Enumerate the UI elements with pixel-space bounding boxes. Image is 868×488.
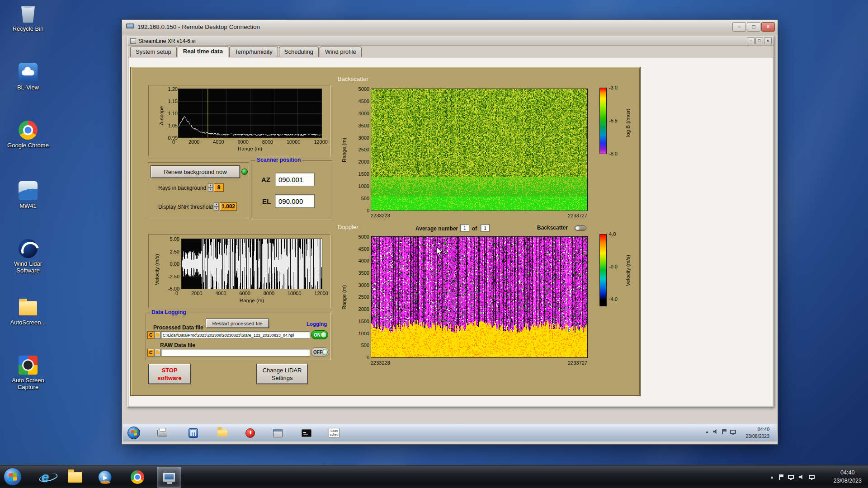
az-value-box[interactable]: 090.001 bbox=[275, 173, 315, 186]
remote-taskbar-folder[interactable] bbox=[215, 426, 230, 440]
console-icon bbox=[302, 429, 311, 437]
volume-icon[interactable] bbox=[713, 429, 718, 434]
snr-value-box[interactable]: 1.002 bbox=[220, 202, 237, 211]
restart-processed-file-button[interactable]: Restart processed file bbox=[206, 319, 269, 328]
stop-line1: STOP bbox=[161, 366, 177, 374]
action-center-icon[interactable] bbox=[779, 474, 783, 480]
app-close-button[interactable] bbox=[764, 38, 772, 44]
taskbar-chrome[interactable] bbox=[125, 467, 150, 488]
desktop-icon-bl-view[interactable]: BL-View bbox=[6, 62, 50, 91]
show-hidden-icons[interactable]: ▲ bbox=[705, 430, 709, 434]
processed-path-field[interactable]: C:\Lidar\Data\Proc\2023\202308\20230823\… bbox=[161, 331, 310, 339]
processed-logging-toggle[interactable]: ON bbox=[311, 330, 328, 339]
desktop-icon-recycle-bin[interactable]: Recycle Bin bbox=[6, 4, 50, 32]
tick-label: 6000 bbox=[239, 291, 250, 296]
remote-taskbar-scan-sched[interactable]: Scan sched bbox=[326, 426, 342, 440]
tick-label: 1.05 bbox=[162, 123, 178, 128]
remote-clock[interactable]: 04:40 23/08/2023 bbox=[745, 426, 769, 440]
volume-icon[interactable] bbox=[799, 474, 804, 479]
desktop-icon-wind-lidar[interactable]: Wind Lidar Software bbox=[6, 239, 50, 274]
windows-flag-icon bbox=[131, 430, 137, 436]
remote-taskbar-calculator[interactable] bbox=[185, 426, 201, 440]
velocity-graph: Velocity (m/s) 5.002.500.00-2.50-5.00 02… bbox=[148, 234, 331, 308]
average-total-value[interactable]: 1 bbox=[481, 224, 490, 232]
tab-real-time-data[interactable]: Real time data bbox=[178, 46, 228, 57]
network-icon[interactable] bbox=[730, 430, 736, 434]
raw-browse-button[interactable] bbox=[154, 349, 160, 357]
media-player-icon bbox=[98, 470, 112, 484]
backscatter-y-axis: 5000450040003500300025002000150010005000 bbox=[352, 86, 369, 213]
tick-label: 4000 bbox=[213, 139, 224, 145]
desktop-icon-google-chrome[interactable]: Google Chrome bbox=[6, 120, 50, 149]
raw-drive-box[interactable]: C bbox=[147, 349, 154, 357]
start-button[interactable] bbox=[4, 468, 22, 486]
display-icon[interactable] bbox=[788, 475, 794, 479]
app-titlebar[interactable]: StreamLine XR v14-6.vi bbox=[128, 37, 774, 46]
processed-drive-box[interactable]: C bbox=[147, 331, 154, 339]
tick-label: 500 bbox=[352, 343, 369, 348]
raw-path-field[interactable] bbox=[161, 349, 310, 357]
tick-label: 0 bbox=[175, 291, 178, 296]
app-minimize-button[interactable] bbox=[747, 38, 755, 44]
tick-label: 5000 bbox=[352, 86, 369, 92]
doppler-plot bbox=[371, 237, 587, 357]
tab-temp-humidity[interactable]: Temp/humidity bbox=[229, 47, 278, 57]
remote-taskbar-xr-app[interactable] bbox=[270, 426, 285, 440]
app-window-icon bbox=[273, 429, 283, 437]
taskbar-file-explorer[interactable] bbox=[63, 467, 87, 488]
desktop-icon-autoscreen-folder[interactable]: AutoScreen... bbox=[6, 297, 50, 326]
velocity-x-axis-label: Range (m) bbox=[182, 298, 322, 303]
desktop-icon-label: Recycle Bin bbox=[13, 25, 44, 32]
change-lidar-settings-button[interactable]: Change LiDAR Settings bbox=[256, 364, 308, 384]
remote-clock-time: 04:40 bbox=[745, 426, 769, 433]
remote-start-button[interactable] bbox=[127, 427, 140, 439]
rays-spinner[interactable] bbox=[208, 183, 213, 192]
el-label: EL bbox=[262, 197, 271, 205]
processed-browse-button[interactable] bbox=[154, 331, 160, 339]
toggle-knob bbox=[321, 332, 327, 338]
remote-taskbar-console[interactable] bbox=[299, 426, 314, 440]
snr-spinner[interactable] bbox=[214, 202, 219, 211]
taskbar-internet-explorer[interactable]: e bbox=[33, 467, 57, 488]
tick-label: 3000 bbox=[352, 282, 369, 288]
desktop-icon-mw41[interactable]: MW41 bbox=[6, 181, 50, 209]
power-icon bbox=[245, 428, 255, 438]
minimize-button[interactable] bbox=[732, 22, 746, 32]
remote-taskbar-stop-app[interactable] bbox=[242, 426, 258, 440]
close-button[interactable] bbox=[761, 22, 775, 32]
clock-date: 23/08/2023 bbox=[833, 477, 862, 485]
rdp-titlebar[interactable]: 192.168.0.150 - Remote Desktop Connectio… bbox=[122, 20, 778, 34]
mouse-cursor bbox=[436, 247, 443, 257]
tick-label: 4000 bbox=[352, 111, 369, 116]
taskbar-media-player[interactable] bbox=[93, 467, 117, 488]
rdp-window: 192.168.0.150 - Remote Desktop Connectio… bbox=[122, 19, 778, 445]
desktop-icon-auto-screen-capture[interactable]: Auto Screen Capture bbox=[6, 355, 50, 390]
renew-background-button[interactable]: Renew background now bbox=[151, 165, 240, 178]
raw-logging-toggle[interactable]: OFF bbox=[311, 347, 329, 357]
ascope-x-axis-label: Range (m) bbox=[179, 146, 321, 151]
remote-taskbar-printer[interactable] bbox=[155, 426, 170, 440]
average-number-value[interactable]: 1 bbox=[460, 224, 469, 232]
taskbar-clock[interactable]: 04:40 23/08/2023 bbox=[833, 469, 862, 485]
tick-label: 1500 bbox=[352, 171, 369, 177]
rays-value-box[interactable]: 8 bbox=[214, 183, 224, 192]
doppler-x-start: 2233228 bbox=[371, 360, 390, 366]
ascope-x-axis: 020004000600080001000012000 bbox=[172, 139, 328, 145]
app-restore-button[interactable] bbox=[755, 38, 763, 44]
tab-system-setup[interactable]: System setup bbox=[130, 47, 177, 57]
show-hidden-icons[interactable]: ▲ bbox=[770, 475, 774, 479]
action-center-icon[interactable] bbox=[722, 429, 726, 434]
network-icon[interactable] bbox=[809, 475, 815, 479]
backscatter-y-axis-label: Range (m) bbox=[341, 138, 347, 162]
windows-flag-icon bbox=[9, 473, 17, 481]
tab-scheduling[interactable]: Scheduling bbox=[279, 47, 319, 57]
tab-strip: System setup Real time data Temp/humidit… bbox=[128, 46, 774, 57]
el-value-box[interactable]: 090.000 bbox=[275, 194, 315, 208]
maximize-button[interactable] bbox=[747, 22, 760, 32]
chrome-icon bbox=[18, 120, 38, 140]
tab-wind-profile[interactable]: Wind profile bbox=[320, 47, 362, 57]
stop-software-button[interactable]: STOP software bbox=[148, 364, 191, 384]
backscatter-title: Backscatter bbox=[338, 75, 368, 82]
backscatter-toggle[interactable] bbox=[575, 225, 586, 231]
taskbar-remote-desktop[interactable] bbox=[157, 467, 181, 488]
